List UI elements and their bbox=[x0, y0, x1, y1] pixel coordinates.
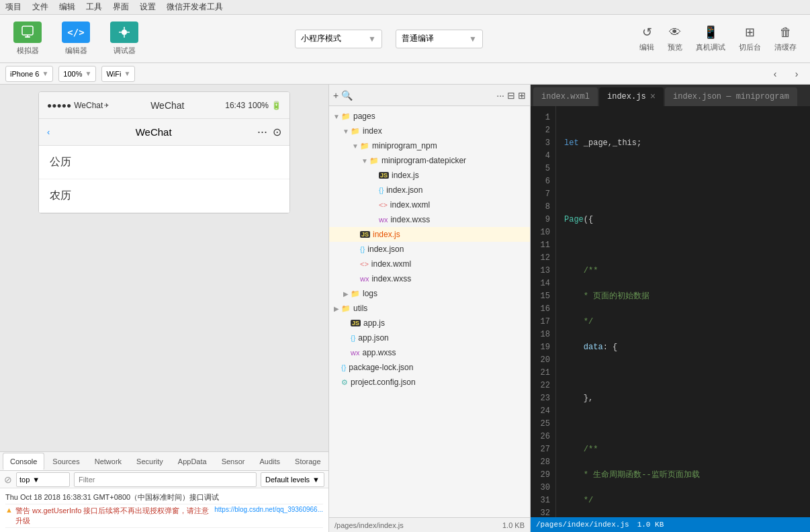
tab-appdata[interactable]: AppData bbox=[171, 453, 214, 470]
tab-indexjson[interactable]: index.json — miniprogram bbox=[665, 87, 797, 106]
debugger-label: 调试器 bbox=[114, 46, 136, 56]
js-icon-1: JS bbox=[379, 172, 389, 179]
filter-icon[interactable]: ⊟ bbox=[507, 90, 515, 101]
switch-back-button[interactable]: ⊞ 切后台 bbox=[739, 25, 761, 52]
tab-sources[interactable]: Sources bbox=[46, 453, 86, 470]
switch-icon: ⊞ bbox=[745, 25, 755, 40]
mode-dropdown[interactable]: 小程序模式 ▼ bbox=[295, 30, 382, 48]
compile-dropdown[interactable]: 普通编译 ▼ bbox=[396, 30, 483, 48]
tree-item-miniprogram-npm[interactable]: ▼ 📁 miniprogram_npm bbox=[329, 138, 530, 153]
log-source[interactable]: https://blog.csdn.net/qq_39360966... bbox=[214, 506, 323, 513]
collapse-icon[interactable]: ⊞ bbox=[518, 90, 526, 101]
tab-js-label: index.js bbox=[607, 92, 646, 101]
preview-button[interactable]: 👁 预览 bbox=[668, 26, 682, 52]
tree-item-logs[interactable]: ▶ 📁 logs bbox=[329, 286, 530, 301]
tab-sensor[interactable]: Sensor bbox=[215, 453, 252, 470]
network-dropdown[interactable]: WiFi ▼ bbox=[101, 66, 135, 82]
editor-label: 编辑器 bbox=[65, 46, 87, 56]
tree-item-datepicker[interactable]: ▼ 📁 miniprogram-datepicker bbox=[329, 153, 530, 168]
tree-item-dp-indexjson[interactable]: {} index.json bbox=[329, 183, 530, 197]
console-toolbar: ⊘ top ▼ Default levels ▼ bbox=[0, 471, 328, 488]
menu-item-edit[interactable]: 编辑 bbox=[59, 1, 75, 13]
json-icon-1: {} bbox=[379, 186, 384, 194]
tree-item-indexjson[interactable]: {} index.json bbox=[329, 242, 530, 257]
tree-item-indexwxss[interactable]: wx index.wxss bbox=[329, 271, 530, 286]
tab-indexjs[interactable]: index.js × bbox=[599, 87, 664, 106]
editor-button[interactable]: </> 编辑器 bbox=[62, 21, 90, 56]
menu-item-settings[interactable]: 设置 bbox=[140, 1, 156, 13]
menu-item-wechat[interactable]: 微信开发者工具 bbox=[167, 1, 223, 13]
json-icon-2: {} bbox=[360, 245, 365, 253]
menu-item-file[interactable]: 文件 bbox=[32, 1, 48, 13]
device-debug-button[interactable]: 📱 真机调试 bbox=[696, 25, 725, 52]
more-icon[interactable]: ··· bbox=[496, 90, 504, 101]
record-icon[interactable]: ⊙ bbox=[273, 126, 281, 138]
json-icon-lock: {} bbox=[341, 363, 346, 371]
debugger-button[interactable]: 调试器 bbox=[110, 21, 138, 56]
simulator-button[interactable]: 模拟器 bbox=[13, 21, 42, 56]
toggle-index: ▼ bbox=[341, 128, 351, 135]
search-icon[interactable]: 🔍 bbox=[341, 90, 353, 101]
tree-item-index[interactable]: ▼ 📁 index bbox=[329, 124, 530, 138]
toggle-pages: ▼ bbox=[332, 113, 341, 120]
top-dropdown[interactable]: top ▼ bbox=[16, 472, 70, 487]
tree-item-projectconfig[interactable]: ⚙ project.config.json bbox=[329, 375, 530, 390]
refresh-button[interactable]: ↺ 编辑 bbox=[639, 25, 654, 52]
menu-item-project[interactable]: 项目 bbox=[5, 1, 21, 13]
tab-security[interactable]: Security bbox=[130, 453, 170, 470]
tab-storage[interactable]: Storage bbox=[288, 453, 328, 470]
phone-nav-bar: ‹ WeChat ··· ⊙ bbox=[39, 119, 289, 146]
phone-frame: ●●●●● WeChat ✈ WeChat 16:43 100% 🔋 ‹ WeC bbox=[38, 91, 290, 214]
tree-item-dp-indexwxml[interactable]: <> index.wxml bbox=[329, 197, 530, 212]
wifi-icon: ✈ bbox=[104, 102, 109, 109]
folder-icon-logs: 📁 bbox=[351, 290, 360, 298]
levels-dropdown[interactable]: Default levels ▼ bbox=[261, 472, 324, 487]
clear-icon: 🗑 bbox=[780, 26, 792, 40]
wxml-icon-2: <> bbox=[360, 260, 369, 268]
nav-forward-icon[interactable]: › bbox=[789, 66, 805, 82]
console-log: Thu Oct 18 2018 16:38:31 GMT+0800（中国标准时间… bbox=[0, 488, 328, 532]
tree-item-dp-indexwxss[interactable]: wx index.wxss bbox=[329, 212, 530, 227]
tree-item-appjson[interactable]: {} app.json bbox=[329, 330, 530, 345]
explorer-status: /pages/index/index.js 1.0 KB bbox=[329, 517, 530, 532]
folder-icon-pages: 📁 bbox=[341, 112, 351, 121]
tab-network[interactable]: Network bbox=[88, 453, 128, 470]
tab-audits[interactable]: Audits bbox=[253, 453, 287, 470]
stop-icon[interactable]: ⊘ bbox=[4, 474, 12, 485]
top-arrow-icon: ▼ bbox=[32, 476, 40, 484]
clear-cache-button[interactable]: 🗑 清缓存 bbox=[774, 26, 797, 52]
code-area[interactable]: let _page,_this; Page({ /** * 页面的初始数据 */… bbox=[556, 106, 810, 517]
wechat-label: WeChat bbox=[109, 100, 225, 111]
tree-item-appwxss[interactable]: wx app.wxss bbox=[329, 345, 530, 360]
nav-back-icon[interactable]: ‹ bbox=[767, 66, 783, 82]
folder-icon-utils: 📁 bbox=[341, 304, 351, 313]
tree-item-indexjs[interactable]: JS index.js bbox=[329, 227, 530, 242]
filter-input[interactable] bbox=[74, 472, 257, 487]
battery-label: 100% bbox=[248, 101, 269, 110]
tab-indexwxml[interactable]: index.wxml bbox=[533, 87, 598, 106]
log-text-2: 警告 wx.getUserInfo 接口后续将不再出现授权弹窗，请注意升级 bbox=[15, 506, 212, 526]
code-content: 12345 678910 1112131415 1617181920 21222… bbox=[531, 106, 810, 517]
simulator-icon bbox=[13, 21, 42, 43]
menu-item-tools[interactable]: 工具 bbox=[86, 1, 102, 13]
device-dropdown[interactable]: iPhone 6 ▼ bbox=[5, 66, 53, 82]
mode-arrow-icon: ▼ bbox=[368, 34, 376, 44]
code-editor: index.wxml index.js × index.json — minip… bbox=[531, 85, 810, 532]
tree-item-dp-indexjs[interactable]: JS index.js bbox=[329, 168, 530, 183]
zoom-dropdown[interactable]: 100% ▼ bbox=[58, 66, 96, 82]
menu-item-lunar[interactable]: 农历 bbox=[39, 179, 289, 213]
tab-console[interactable]: Console bbox=[3, 453, 44, 470]
phone-content: 公历 农历 bbox=[39, 146, 289, 213]
menu-item-solar[interactable]: 公历 bbox=[39, 146, 289, 179]
tree-item-utils[interactable]: ▶ 📁 utils bbox=[329, 301, 530, 316]
close-tab-icon[interactable]: × bbox=[650, 91, 656, 102]
tree-item-pages[interactable]: ▼ 📁 pages bbox=[329, 109, 530, 124]
more-dots-icon[interactable]: ··· bbox=[257, 125, 267, 139]
add-file-icon[interactable]: + bbox=[333, 90, 339, 101]
toggle-npm: ▼ bbox=[351, 142, 360, 150]
tree-item-packagelock[interactable]: {} package-lock.json bbox=[329, 360, 530, 375]
file-path-label: /pages/index/index.js bbox=[334, 521, 404, 529]
tree-item-indexwxml[interactable]: <> index.wxml bbox=[329, 257, 530, 271]
menu-item-view[interactable]: 界面 bbox=[113, 1, 129, 13]
tree-item-appjs[interactable]: JS app.js bbox=[329, 316, 530, 330]
